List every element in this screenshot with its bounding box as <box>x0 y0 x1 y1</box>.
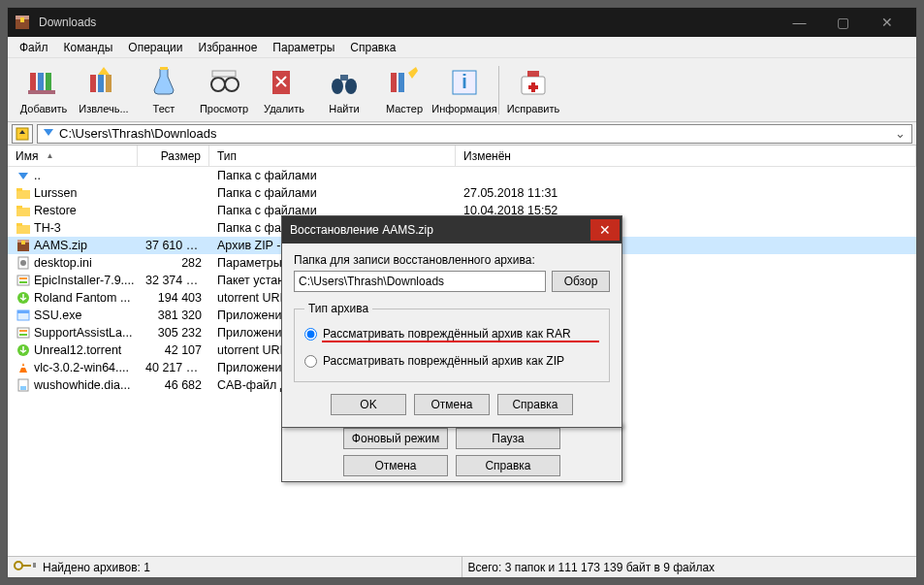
minimize-button[interactable]: — <box>778 8 821 37</box>
file-icon <box>16 239 31 252</box>
svg-rect-19 <box>340 75 348 81</box>
key-lock-icon <box>14 559 37 575</box>
dest-label: Папка для записи восстановленного архива… <box>294 253 610 267</box>
menu-options[interactable]: Параметры <box>265 39 342 56</box>
radio-rar-label: Рассматривать повреждённый архив как RAR <box>323 327 571 341</box>
file-name: Lurssen <box>34 186 77 200</box>
background-mode-button[interactable]: Фоновый режим <box>343 428 448 449</box>
svg-rect-20 <box>391 73 397 92</box>
delete-button[interactable]: Удалить <box>254 62 314 116</box>
svg-rect-32 <box>16 208 30 216</box>
toolbar-label: Найти <box>329 103 359 114</box>
radio-zip[interactable] <box>304 355 317 368</box>
test-button[interactable]: Тест <box>134 62 194 116</box>
svg-text:i: i <box>462 71 467 92</box>
file-icon <box>16 256 31 270</box>
chevron-down-icon[interactable]: ⌄ <box>892 126 908 141</box>
address-row: C:\Users\Thrash\Downloads ⌄ <box>8 122 916 146</box>
fieldset-legend: Тип архива <box>304 302 372 315</box>
bg-cancel-button[interactable]: Отмена <box>343 455 448 476</box>
toolbar: Добавить Извлечь... Тест Просмотр Удалит… <box>8 58 916 122</box>
file-name: SupportAssistLa... <box>34 326 132 340</box>
svg-rect-25 <box>527 71 539 77</box>
svg-rect-43 <box>19 281 27 283</box>
file-size: 37 610 497 <box>138 239 209 252</box>
file-icon <box>16 204 31 217</box>
svg-rect-21 <box>398 73 404 92</box>
info-icon: i <box>446 64 483 101</box>
flask-icon <box>145 64 182 101</box>
book-x-icon <box>266 64 303 101</box>
menu-favorites[interactable]: Избранное <box>191 39 266 56</box>
file-icon <box>16 186 31 200</box>
add-button[interactable]: Добавить <box>14 62 74 116</box>
col-size[interactable]: Размер <box>138 146 209 166</box>
menu-commands[interactable]: Команды <box>56 39 121 56</box>
svg-rect-5 <box>46 73 51 92</box>
file-name: .. <box>34 169 41 182</box>
browse-button[interactable]: Обзор <box>552 271 610 292</box>
col-name[interactable]: Имя▲ <box>8 146 138 166</box>
nav-up-button[interactable] <box>12 124 33 144</box>
file-size: 40 217 832 <box>138 361 209 374</box>
menu-operations[interactable]: Операции <box>120 39 190 56</box>
repair-button[interactable]: Исправить <box>503 62 563 116</box>
svg-point-55 <box>15 562 22 569</box>
extract-button[interactable]: Извлечь... <box>74 62 134 116</box>
radio-zip-row[interactable]: Рассматривать повреждённый архив как ZIP <box>304 354 599 368</box>
col-type[interactable]: Тип <box>209 146 456 166</box>
svg-rect-57 <box>33 563 36 568</box>
toolbar-label: Просмотр <box>200 103 248 114</box>
close-button[interactable]: ✕ <box>865 8 908 37</box>
svg-rect-33 <box>16 206 22 209</box>
svg-rect-31 <box>16 188 22 191</box>
file-size: 194 403 <box>138 291 209 305</box>
bg-help-button[interactable]: Справка <box>456 455 560 476</box>
pause-button[interactable]: Пауза <box>456 428 560 449</box>
toolbar-label: Исправить <box>507 103 559 114</box>
svg-marker-28 <box>44 129 53 136</box>
file-name: desktop.ini <box>34 256 92 270</box>
books-add-icon <box>25 64 62 101</box>
cancel-button[interactable]: Отмена <box>414 394 490 415</box>
file-size: 32 374 784 <box>138 274 209 287</box>
statusbar: Найдено архивов: 1 Всего: 3 папок и 111 … <box>8 556 916 577</box>
svg-rect-34 <box>16 225 30 234</box>
file-icon <box>16 169 31 182</box>
radio-rar[interactable] <box>304 328 317 341</box>
dialog-titlebar: Восстановление AAMS.zip ✕ <box>282 216 621 244</box>
file-name: EpicInstaller-7.9.... <box>34 274 135 287</box>
address-bar[interactable]: C:\Users\Thrash\Downloads ⌄ <box>37 124 912 144</box>
find-button[interactable]: Найти <box>314 62 374 116</box>
svg-rect-35 <box>16 223 22 226</box>
file-size: 305 232 <box>138 326 209 340</box>
titlebar: Downloads — ▢ ✕ <box>8 8 916 37</box>
wizard-button[interactable]: Мастер <box>374 62 434 116</box>
address-path: C:\Users\Thrash\Downloads <box>59 126 217 141</box>
file-name: SSU.exe <box>34 309 81 322</box>
file-icon <box>16 221 31 235</box>
svg-point-40 <box>20 260 26 266</box>
svg-rect-38 <box>21 241 25 244</box>
col-modified[interactable]: Изменён <box>456 146 916 166</box>
file-icon <box>16 378 31 392</box>
maximize-button[interactable]: ▢ <box>821 8 865 37</box>
help-button[interactable]: Справка <box>497 394 573 415</box>
svg-rect-4 <box>38 73 44 92</box>
svg-rect-2 <box>20 17 24 22</box>
menu-file[interactable]: Файл <box>12 39 56 56</box>
file-row[interactable]: ..Папка с файлами <box>8 167 916 184</box>
dialog-close-button[interactable]: ✕ <box>590 219 620 241</box>
view-button[interactable]: Просмотр <box>194 62 254 116</box>
ok-button[interactable]: OK <box>331 394 406 415</box>
radio-rar-row[interactable]: Рассматривать повреждённый архив как RAR <box>304 327 599 341</box>
books-extract-icon <box>85 64 122 101</box>
arrow-down-icon <box>42 125 55 142</box>
file-size: 42 107 <box>138 343 209 357</box>
app-icon <box>16 15 33 30</box>
menubar: Файл Команды Операции Избранное Параметр… <box>8 37 916 58</box>
dest-input[interactable] <box>294 271 546 292</box>
info-button[interactable]: i Информация <box>434 62 494 116</box>
file-row[interactable]: LurssenПапка с файлами27.05.2018 11:31 <box>8 184 916 202</box>
menu-help[interactable]: Справка <box>342 39 403 56</box>
